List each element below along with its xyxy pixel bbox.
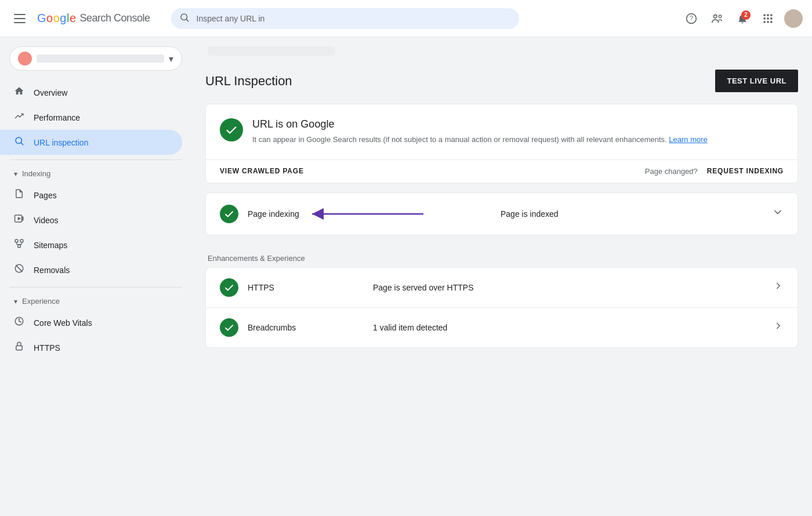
svg-marker-18 (18, 217, 21, 220)
sidebar-item-pages[interactable]: Pages (0, 183, 182, 208)
videos-icon (14, 213, 24, 227)
property-selector[interactable]: ▾ (9, 46, 182, 71)
svg-rect-12 (764, 21, 766, 23)
app-body: ▾ Overview Performance (0, 37, 812, 516)
page-indexing-status: Page is indexed (501, 209, 763, 219)
sidebar-label-performance: Performance (34, 113, 80, 122)
account-management-button[interactable] (705, 7, 728, 30)
page-indexing-row[interactable]: Page indexing Page is indexed (206, 193, 798, 235)
sidebar-label-core-web-vitals: Core Web Vitals (34, 318, 92, 328)
experience-section: ▾ Experience Core Web Vitals (0, 292, 191, 360)
sidebar-label-videos: Videos (34, 216, 59, 225)
svg-text:?: ? (690, 14, 693, 21)
experience-section-header[interactable]: ▾ Experience (0, 292, 191, 310)
sidebar-item-sitemaps[interactable]: Sitemaps (0, 232, 182, 257)
sidebar-label-overview: Overview (34, 88, 67, 97)
core-web-vitals-icon (14, 316, 24, 329)
main-url-display (208, 46, 335, 56)
breadcrumbs-check-icon (220, 318, 238, 337)
svg-rect-10 (767, 17, 768, 19)
help-button[interactable]: ? (680, 7, 703, 30)
svg-line-1 (186, 19, 188, 21)
test-live-url-button[interactable]: TEST LIVE URL (715, 70, 798, 92)
sidebar-label-url-inspection: URL inspection (34, 138, 88, 147)
url-inspection-icon (14, 136, 24, 149)
google-logo: Google Search Console (37, 12, 150, 25)
property-dot (18, 52, 32, 66)
enhancement-row-breadcrumbs[interactable]: Breadcrumbs 1 valid item detected (206, 308, 798, 347)
status-card-actions: VIEW CRAWLED PAGE Page changed? REQUEST … (206, 159, 798, 183)
learn-more-link[interactable]: Learn more (669, 135, 707, 144)
page-indexing-label: Page indexing (248, 209, 364, 219)
main-header: URL Inspection TEST LIVE URL (205, 70, 798, 92)
notifications-button[interactable]: 2 (731, 7, 754, 30)
sitemaps-icon (14, 238, 24, 252)
sidebar: ▾ Overview Performance (0, 37, 191, 516)
https-chevron-icon (773, 281, 784, 294)
expand-chevron-icon[interactable] (772, 206, 784, 221)
indexing-section: ▾ Indexing Pages (0, 165, 191, 282)
svg-rect-8 (770, 14, 772, 16)
pages-icon (14, 188, 24, 202)
indexing-section-header[interactable]: ▾ Indexing (0, 165, 191, 183)
enhancements-header: Enhancements & Experience (205, 245, 798, 267)
sidebar-label-pages: Pages (34, 191, 57, 200)
enhancements-card: HTTPS Page is served over HTTPS Breadcru… (205, 267, 798, 348)
property-name-text (37, 54, 164, 63)
search-bar (171, 8, 519, 29)
page-indexing-check-icon (220, 205, 238, 223)
status-info: URL is on Google It can appear in Google… (252, 118, 708, 146)
page-title: URL Inspection (205, 74, 292, 89)
experience-section-label: Experience (22, 297, 60, 306)
sidebar-item-url-inspection[interactable]: URL inspection (0, 130, 182, 155)
svg-point-5 (719, 15, 722, 18)
https-status: Page is served over HTTPS (373, 283, 764, 292)
https-check-icon (220, 278, 238, 297)
home-icon (14, 86, 24, 99)
sidebar-label-https: HTTPS (34, 343, 60, 353)
main-url-bar (205, 37, 798, 65)
performance-icon (14, 111, 24, 124)
sidebar-label-removals: Removals (34, 266, 70, 275)
svg-rect-14 (770, 21, 772, 23)
breadcrumbs-chevron-icon (773, 321, 784, 334)
status-card-top: URL is on Google It can appear in Google… (206, 104, 798, 159)
topbar: Google Search Console ? (0, 0, 812, 37)
view-crawled-page-link[interactable]: VIEW CRAWLED PAGE (220, 167, 304, 175)
apps-button[interactable] (756, 7, 780, 30)
svg-rect-11 (770, 17, 772, 19)
status-description: It can appear in Google Search results (… (252, 134, 708, 146)
property-dropdown-icon: ▾ (169, 53, 173, 64)
sidebar-item-https[interactable]: HTTPS (0, 335, 182, 360)
indexing-section-label: Indexing (22, 169, 50, 178)
sidebar-divider-2 (9, 287, 182, 288)
avatar[interactable] (784, 9, 803, 28)
svg-line-28 (16, 265, 22, 271)
request-indexing-link[interactable]: REQUEST INDEXING (707, 167, 784, 175)
svg-rect-22 (18, 245, 21, 248)
page-indexing-card: Page indexing Page is indexed (205, 192, 798, 235)
svg-rect-30 (16, 346, 23, 350)
sidebar-item-removals[interactable]: Removals (0, 257, 182, 282)
status-title: URL is on Google (252, 118, 708, 130)
svg-line-16 (21, 143, 23, 144)
sidebar-divider-1 (9, 159, 182, 160)
menu-icon[interactable] (9, 9, 30, 28)
svg-rect-9 (764, 17, 766, 19)
sidebar-item-videos[interactable]: Videos (0, 208, 182, 232)
https-label: HTTPS (248, 283, 364, 292)
indexing-chevron-icon: ▾ (14, 170, 17, 178)
search-input[interactable] (171, 8, 519, 29)
url-status-card: URL is on Google It can appear in Google… (205, 104, 798, 183)
notification-badge: 2 (741, 10, 751, 20)
page-changed-label: Page changed? (645, 167, 698, 176)
sidebar-item-performance[interactable]: Performance (0, 105, 182, 130)
svg-point-4 (714, 14, 717, 17)
enhancement-row-https[interactable]: HTTPS Page is served over HTTPS (206, 268, 798, 308)
svg-rect-7 (767, 14, 768, 16)
sidebar-item-overview[interactable]: Overview (0, 80, 182, 105)
main-content: URL Inspection TEST LIVE URL URL is on G… (191, 37, 812, 516)
experience-chevron-icon: ▾ (14, 297, 17, 306)
sidebar-item-core-web-vitals[interactable]: Core Web Vitals (0, 310, 182, 335)
status-check-icon (220, 118, 243, 141)
